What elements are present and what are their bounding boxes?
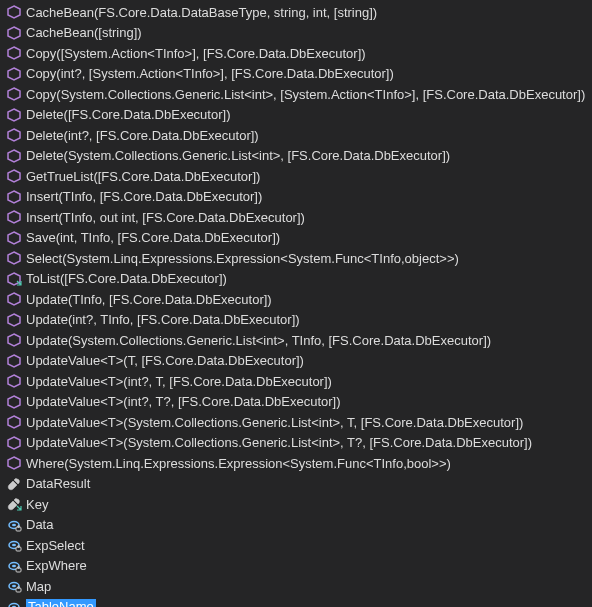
member-item[interactable]: DataResult xyxy=(0,474,592,495)
method-icon xyxy=(6,250,22,266)
field-icon xyxy=(6,599,22,607)
member-label: UpdateValue<T>(T, [FS.Core.Data.DbExecut… xyxy=(26,353,304,368)
method-icon xyxy=(6,414,22,430)
method-ext-icon xyxy=(6,271,22,287)
member-item[interactable]: UpdateValue<T>(int?, T, [FS.Core.Data.Db… xyxy=(0,371,592,392)
member-item[interactable]: UpdateValue<T>(System.Collections.Generi… xyxy=(0,412,592,433)
member-item[interactable]: UpdateValue<T>(System.Collections.Generi… xyxy=(0,433,592,454)
member-label: Save(int, TInfo, [FS.Core.Data.DbExecuto… xyxy=(26,230,280,245)
method-icon xyxy=(6,148,22,164)
method-icon xyxy=(6,230,22,246)
member-item[interactable]: Copy([System.Action<TInfo>], [FS.Core.Da… xyxy=(0,43,592,64)
member-label: Delete(System.Collections.Generic.List<i… xyxy=(26,148,450,163)
member-item[interactable]: Insert(TInfo, [FS.Core.Data.DbExecutor]) xyxy=(0,187,592,208)
member-item[interactable]: Insert(TInfo, out int, [FS.Core.Data.DbE… xyxy=(0,207,592,228)
member-label: CacheBean(FS.Core.Data.DataBaseType, str… xyxy=(26,5,377,20)
member-label: ExpWhere xyxy=(26,558,87,573)
method-icon xyxy=(6,4,22,20)
member-label: Update(int?, TInfo, [FS.Core.Data.DbExec… xyxy=(26,312,300,327)
method-icon xyxy=(6,312,22,328)
method-icon xyxy=(6,435,22,451)
member-label: Update(System.Collections.Generic.List<i… xyxy=(26,333,491,348)
member-item[interactable]: Save(int, TInfo, [FS.Core.Data.DbExecuto… xyxy=(0,228,592,249)
member-label: Insert(TInfo, [FS.Core.Data.DbExecutor]) xyxy=(26,189,262,204)
method-icon xyxy=(6,353,22,369)
method-icon xyxy=(6,45,22,61)
method-icon xyxy=(6,66,22,82)
member-item[interactable]: Copy(System.Collections.Generic.List<int… xyxy=(0,84,592,105)
member-label: Select(System.Linq.Expressions.Expressio… xyxy=(26,251,459,266)
member-item[interactable]: CacheBean(FS.Core.Data.DataBaseType, str… xyxy=(0,2,592,23)
method-icon xyxy=(6,25,22,41)
member-label: Data xyxy=(26,517,53,532)
field-icon xyxy=(6,578,22,594)
member-label: DataResult xyxy=(26,476,90,491)
method-icon xyxy=(6,107,22,123)
member-item[interactable]: UpdateValue<T>(T, [FS.Core.Data.DbExecut… xyxy=(0,351,592,372)
member-item[interactable]: Delete(int?, [FS.Core.Data.DbExecutor]) xyxy=(0,125,592,146)
method-icon xyxy=(6,168,22,184)
field-icon xyxy=(6,537,22,553)
method-icon xyxy=(6,86,22,102)
member-label: UpdateValue<T>(System.Collections.Generi… xyxy=(26,435,532,450)
method-icon xyxy=(6,394,22,410)
member-label: UpdateValue<T>(System.Collections.Generi… xyxy=(26,415,523,430)
member-item[interactable]: Update(System.Collections.Generic.List<i… xyxy=(0,330,592,351)
field-icon xyxy=(6,558,22,574)
method-icon xyxy=(6,291,22,307)
method-icon xyxy=(6,332,22,348)
member-item[interactable]: GetTrueList([FS.Core.Data.DbExecutor]) xyxy=(0,166,592,187)
member-label: Copy(int?, [System.Action<TInfo>], [FS.C… xyxy=(26,66,394,81)
property-ext-icon xyxy=(6,496,22,512)
member-label: Delete(int?, [FS.Core.Data.DbExecutor]) xyxy=(26,128,259,143)
member-item[interactable]: TableName xyxy=(0,597,592,608)
member-label: UpdateValue<T>(int?, T?, [FS.Core.Data.D… xyxy=(26,394,341,409)
method-icon xyxy=(6,189,22,205)
member-label: Map xyxy=(26,579,51,594)
member-item[interactable]: Data xyxy=(0,515,592,536)
member-label: Copy([System.Action<TInfo>], [FS.Core.Da… xyxy=(26,46,366,61)
member-label: Delete([FS.Core.Data.DbExecutor]) xyxy=(26,107,230,122)
method-icon xyxy=(6,127,22,143)
member-list: CacheBean(FS.Core.Data.DataBaseType, str… xyxy=(0,0,592,607)
member-item[interactable]: Delete([FS.Core.Data.DbExecutor]) xyxy=(0,105,592,126)
member-item[interactable]: CacheBean([string]) xyxy=(0,23,592,44)
member-label: CacheBean([string]) xyxy=(26,25,142,40)
member-label: ExpSelect xyxy=(26,538,85,553)
member-item[interactable]: Where(System.Linq.Expressions.Expression… xyxy=(0,453,592,474)
member-item[interactable]: ExpWhere xyxy=(0,556,592,577)
member-item[interactable]: UpdateValue<T>(int?, T?, [FS.Core.Data.D… xyxy=(0,392,592,413)
member-label: Insert(TInfo, out int, [FS.Core.Data.DbE… xyxy=(26,210,305,225)
member-item[interactable]: Delete(System.Collections.Generic.List<i… xyxy=(0,146,592,167)
member-label: UpdateValue<T>(int?, T, [FS.Core.Data.Db… xyxy=(26,374,332,389)
member-item[interactable]: Update(TInfo, [FS.Core.Data.DbExecutor]) xyxy=(0,289,592,310)
member-label: GetTrueList([FS.Core.Data.DbExecutor]) xyxy=(26,169,260,184)
member-item[interactable]: ExpSelect xyxy=(0,535,592,556)
member-item[interactable]: Update(int?, TInfo, [FS.Core.Data.DbExec… xyxy=(0,310,592,331)
member-label: ToList([FS.Core.Data.DbExecutor]) xyxy=(26,271,227,286)
member-label: Where(System.Linq.Expressions.Expression… xyxy=(26,456,451,471)
member-label: Key xyxy=(26,497,48,512)
member-label: Update(TInfo, [FS.Core.Data.DbExecutor]) xyxy=(26,292,272,307)
member-item[interactable]: Copy(int?, [System.Action<TInfo>], [FS.C… xyxy=(0,64,592,85)
method-icon xyxy=(6,373,22,389)
member-item[interactable]: Map xyxy=(0,576,592,597)
member-item[interactable]: ToList([FS.Core.Data.DbExecutor]) xyxy=(0,269,592,290)
method-icon xyxy=(6,455,22,471)
method-icon xyxy=(6,209,22,225)
member-label: Copy(System.Collections.Generic.List<int… xyxy=(26,87,585,102)
member-item[interactable]: Select(System.Linq.Expressions.Expressio… xyxy=(0,248,592,269)
member-item[interactable]: Key xyxy=(0,494,592,515)
property-icon xyxy=(6,476,22,492)
member-label: TableName xyxy=(26,599,96,607)
field-icon xyxy=(6,517,22,533)
